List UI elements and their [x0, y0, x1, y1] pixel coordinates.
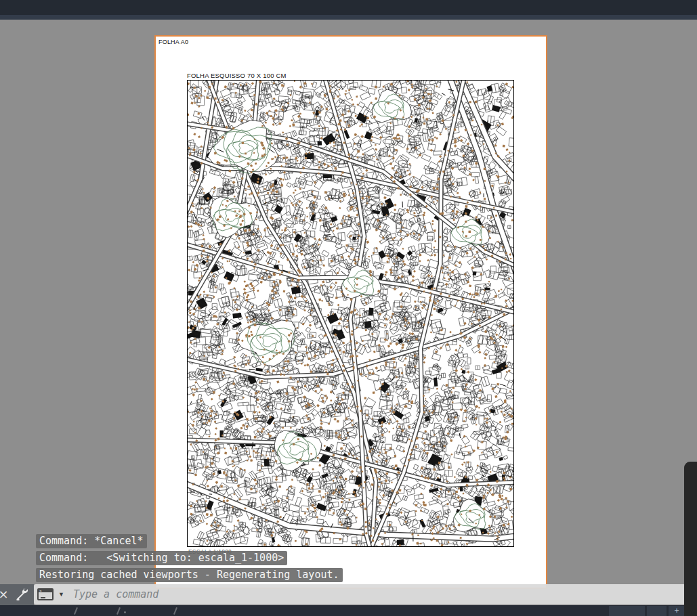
- status-bar: +: [0, 605, 697, 616]
- command-prompt-icon: >: [37, 588, 54, 600]
- status-bar-button[interactable]: [647, 606, 667, 616]
- status-tick-icon: [74, 607, 78, 615]
- status-bar-button[interactable]: [609, 606, 645, 616]
- drawing-canvas[interactable]: [188, 81, 513, 546]
- paper-title-label: FOLHA A0: [159, 39, 188, 45]
- ribbon-edge-strip: [0, 15, 697, 20]
- viewport-title-label: FOLHA ESQUISSO 70 X 100 CM: [187, 72, 287, 79]
- right-flyout-panel[interactable]: [684, 462, 697, 616]
- command-input[interactable]: > ▼ Type a command: [34, 584, 685, 604]
- application-window: FOLHA A0 FOLHA ESQUISSO 70 X 100 CM ESCA…: [0, 0, 697, 616]
- status-tick-icon: [173, 607, 177, 615]
- close-icon[interactable]: ×: [0, 585, 9, 604]
- status-tick-icon: [117, 607, 121, 615]
- status-bar-add-button[interactable]: +: [669, 606, 685, 616]
- command-history-line: Command: <Switching to: escala_1-1000>: [36, 551, 287, 565]
- command-history-line: Command: *Cancel*: [36, 534, 147, 548]
- title-bar: [0, 0, 697, 15]
- wrench-icon[interactable]: [15, 588, 28, 600]
- command-input-placeholder: Type a command: [73, 588, 159, 600]
- status-dot-icon: [124, 611, 126, 613]
- command-history-line: Restoring cached viewports - Regeneratin…: [36, 568, 343, 582]
- layout-paper-sheet[interactable]: FOLHA A0 FOLHA ESQUISSO 70 X 100 CM ESCA…: [154, 35, 547, 589]
- map-viewport-frame: [187, 80, 514, 547]
- chevron-down-icon[interactable]: ▼: [58, 584, 64, 604]
